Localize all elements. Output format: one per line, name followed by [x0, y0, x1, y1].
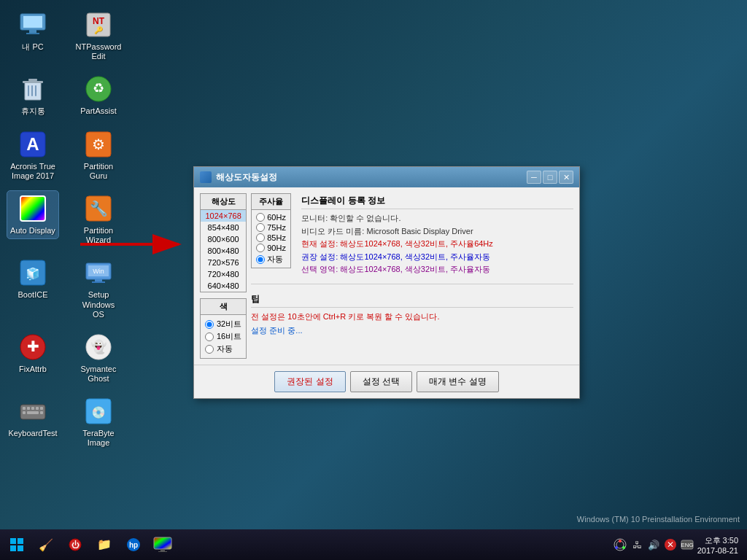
color-auto-radio[interactable]: [205, 345, 214, 354]
icon-bootice[interactable]: 🧊 BootICE: [7, 255, 58, 303]
auto-display-icon: [18, 194, 47, 223]
color-32bit[interactable]: 32비트: [205, 318, 241, 330]
red-arrow: [73, 226, 190, 262]
hz-auto[interactable]: 자동: [256, 254, 286, 265]
recommend-button[interactable]: 권장된 설정: [274, 371, 345, 392]
svg-rect-9: [31, 85, 33, 96]
icon-fixattr[interactable]: ✚ FixAttrb: [7, 330, 58, 377]
info-text: 모니터: 확인할 수 없습니다. 비디오 카드 미름: Microsoft Ba…: [301, 212, 573, 276]
svg-text:♻: ♻: [93, 81, 104, 96]
taskbar-clock[interactable]: 오후 3:50 2017-08-21: [697, 535, 738, 555]
hz-60[interactable]: 60Hz: [256, 213, 286, 222]
windows-logo-icon: [9, 537, 24, 552]
taskbar-sys-icons: 🖧 🔊 ✕ ENG: [613, 537, 694, 552]
svg-point-61: [619, 540, 622, 542]
svg-rect-46: [10, 538, 16, 544]
svg-rect-47: [18, 538, 23, 544]
icon-row-2: A Acronis TrueImage 2017 ⚙ PartitionGuru: [7, 127, 124, 184]
keyboard-layout-icon[interactable]: ENG: [680, 537, 694, 552]
info-monitor: 모니터: 확인할 수 없습니다.: [301, 212, 573, 225]
select-button[interactable]: 설정 선택: [350, 371, 412, 392]
power-icon: ⏻: [67, 537, 83, 553]
res-item-5[interactable]: 720×480: [201, 268, 246, 280]
preparing-text: 설정 준비 중...: [251, 325, 573, 336]
hz-auto-radio[interactable]: [256, 255, 265, 264]
res-item-1[interactable]: 854×480: [201, 222, 246, 233]
divider: [251, 284, 573, 284]
icon-part-assist-label: PartAssist: [80, 106, 117, 116]
hz-85[interactable]: 85Hz: [256, 233, 286, 242]
svg-text:⚙: ⚙: [92, 136, 105, 152]
fixattr-icon: ✚: [18, 332, 47, 362]
svg-text:✕: ✕: [667, 540, 674, 550]
setup-windows-icon: Win: [84, 258, 113, 287]
res-item-2[interactable]: 800×600: [201, 233, 246, 245]
dialog-maximize-button[interactable]: □: [543, 171, 557, 184]
icon-setup-windows-label: SetupWindows OS: [76, 290, 121, 319]
svg-rect-58: [158, 551, 167, 552]
volume-icon[interactable]: 🔊: [646, 537, 661, 552]
taskbar-display-button[interactable]: [149, 531, 177, 559]
icon-nt-password[interactable]: NT 🔑 NTPasswordEdit: [73, 7, 124, 64]
svg-rect-39: [23, 411, 26, 414]
svg-text:🧊: 🧊: [26, 267, 40, 281]
svg-rect-11: [23, 81, 43, 83]
svg-text:✚: ✚: [27, 338, 39, 354]
hz-85-radio[interactable]: [256, 233, 265, 242]
taskbar-power-button[interactable]: ⏻: [61, 531, 89, 559]
windows-watermark: Windows (TM) 10 Preinstallation Environm…: [577, 515, 740, 524]
my-pc-icon: [18, 10, 47, 39]
color-16bit-radio[interactable]: [205, 332, 214, 341]
taskbar-hp-button[interactable]: hp: [120, 531, 147, 559]
icon-my-pc[interactable]: 내 PC: [7, 7, 58, 55]
taskbar-broom-button[interactable]: 🧹: [32, 531, 60, 559]
acronis-icon: A: [18, 130, 47, 159]
info-recommended: 권장 설정: 해상도1024×768, 색상32비트, 주사율자동: [301, 251, 573, 264]
icon-partition-guru[interactable]: ⚙ PartitionGuru: [73, 127, 124, 184]
svg-text:🧹: 🧹: [39, 538, 53, 552]
icon-row-1: 휴지통 ♻ PartAssist: [7, 71, 124, 119]
hz-75-radio[interactable]: [256, 223, 265, 232]
dialog-content: 해상도 747×560 854×480 800×600 800×480 720…: [194, 187, 579, 365]
icon-row-4: 🧊 BootICE Win SetupWindows OS: [7, 255, 124, 322]
dialog-minimize-button[interactable]: ─: [527, 171, 541, 184]
dialog-right-panel: 주사율 60Hz 75Hz 85Hz: [251, 193, 573, 359]
error-icon[interactable]: ✕: [663, 537, 678, 552]
dialog-controls: ─ □ ✕: [527, 171, 573, 184]
hz-90[interactable]: 90Hz: [256, 244, 286, 252]
svg-text:📁: 📁: [97, 537, 112, 551]
icon-terabyte-label: TeraByteImage: [82, 429, 114, 448]
color-auto[interactable]: 자동: [205, 343, 241, 355]
res-item-0[interactable]: 747×560: [201, 210, 246, 222]
color-calibration-icon[interactable]: [613, 537, 627, 552]
color-16bit[interactable]: 16비트: [205, 330, 241, 343]
keyboard-test-icon: [18, 397, 47, 426]
start-button[interactable]: [3, 531, 31, 559]
icon-setup-windows[interactable]: Win SetupWindows OS: [73, 255, 124, 322]
res-item-3[interactable]: 800×480: [201, 245, 246, 257]
res-item-4[interactable]: 720×576: [201, 257, 246, 268]
color-radio-group: 32비트 16비트 자동: [200, 315, 247, 359]
icon-acronis[interactable]: A Acronis TrueImage 2017: [7, 127, 58, 184]
hz-90-radio[interactable]: [256, 244, 265, 252]
dialog-close-button[interactable]: ✕: [559, 171, 573, 184]
svg-rect-37: [36, 407, 39, 410]
svg-rect-34: [23, 407, 26, 410]
hz-60-radio[interactable]: [256, 213, 265, 222]
hz-section: 주사율 60Hz 75Hz 85Hz: [251, 193, 291, 268]
hz-75[interactable]: 75Hz: [256, 223, 286, 232]
color-32bit-radio[interactable]: [205, 320, 214, 329]
icon-trash[interactable]: 휴지통: [7, 71, 58, 119]
icon-keyboard-test[interactable]: KeyboardTest: [7, 394, 58, 441]
taskbar-folder-button[interactable]: 📁: [90, 531, 118, 559]
icon-auto-display[interactable]: Auto Display: [7, 191, 58, 238]
icon-symantec[interactable]: 👻 SymantecGhost: [73, 330, 124, 386]
svg-rect-1: [23, 16, 42, 28]
hp-icon: hp: [125, 537, 142, 553]
variable-button[interactable]: 매개 변수 설명: [417, 371, 499, 392]
res-item-6[interactable]: 640×480: [201, 280, 246, 292]
network-icon[interactable]: 🖧: [630, 537, 644, 552]
info-selected: 선택 영역: 해상도1024×768, 색상32비트, 주사율자동: [301, 263, 573, 276]
icon-terabyte[interactable]: 💿 TeraByteImage: [73, 394, 124, 451]
icon-part-assist[interactable]: ♻ PartAssist: [73, 71, 124, 119]
